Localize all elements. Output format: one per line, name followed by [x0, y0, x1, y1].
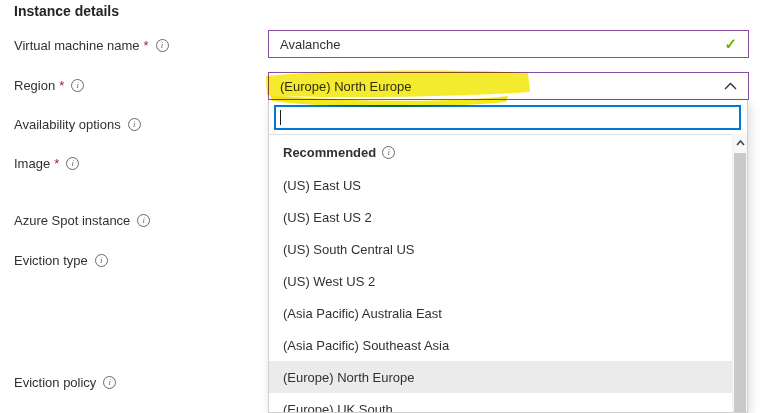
image-label-row: Image*i — [14, 155, 79, 171]
eviction-policy-label-row: Eviction policyi — [14, 374, 116, 390]
availability-options-label: Availability options — [14, 117, 121, 132]
vm-name-label: Virtual machine name — [14, 38, 140, 53]
info-icon[interactable]: i — [71, 79, 84, 92]
region-selected-value: (Europe) North Europe — [280, 79, 412, 94]
eviction-policy-label: Eviction policy — [14, 375, 96, 390]
region-option[interactable]: (Europe) UK South — [269, 393, 732, 413]
group-header-label: Recommended — [283, 145, 376, 160]
scrollbar-thumb[interactable] — [734, 153, 746, 413]
scroll-up-icon — [736, 140, 745, 146]
section-title: Instance details — [14, 3, 119, 19]
vm-name-label-row: Virtual machine name*i — [14, 37, 169, 53]
info-icon[interactable]: i — [103, 376, 116, 389]
azure-spot-instance-label: Azure Spot instance — [14, 213, 130, 228]
region-search-input[interactable] — [281, 110, 735, 125]
availability-options-label-row: Availability optionsi — [14, 116, 141, 132]
eviction-type-label-row: Eviction typei — [14, 252, 108, 268]
image-label: Image — [14, 156, 50, 171]
region-option[interactable]: (US) East US — [269, 169, 732, 201]
info-icon[interactable]: i — [156, 39, 169, 52]
region-option[interactable]: (US) West US 2 — [269, 265, 732, 297]
group-header-recommended: Recommended i — [269, 135, 732, 169]
azure-spot-instance-label-row: Azure Spot instancei — [14, 212, 150, 228]
chevron-up-icon[interactable] — [724, 82, 737, 90]
region-dropdown-panel: Recommended i (US) East US (US) East US … — [268, 100, 748, 413]
region-list: Recommended i (US) East US (US) East US … — [269, 135, 732, 412]
region-option[interactable]: (US) East US 2 — [269, 201, 732, 233]
scroll-up-button[interactable] — [733, 134, 747, 152]
region-combobox[interactable]: (Europe) North Europe — [268, 72, 749, 100]
region-option[interactable]: (Asia Pacific) Australia East — [269, 297, 732, 329]
info-icon[interactable]: i — [128, 118, 141, 131]
valid-check-icon: ✓ — [724, 35, 737, 53]
info-icon[interactable]: i — [66, 157, 79, 170]
region-option-selected[interactable]: (Europe) North Europe — [269, 361, 732, 393]
instance-details-form: Instance details Virtual machine name*i … — [0, 0, 769, 413]
region-option[interactable]: (Asia Pacific) Southeast Asia — [269, 329, 732, 361]
region-option[interactable]: (US) South Central US — [269, 233, 732, 265]
scrollbar[interactable] — [732, 134, 747, 412]
info-icon[interactable]: i — [95, 254, 108, 267]
eviction-type-label: Eviction type — [14, 253, 88, 268]
required-asterisk: * — [59, 78, 64, 93]
required-asterisk: * — [144, 38, 149, 53]
info-icon[interactable]: i — [137, 214, 150, 227]
vm-name-field[interactable]: ✓ — [268, 30, 749, 58]
region-label: Region — [14, 78, 55, 93]
region-label-row: Region*i — [14, 77, 84, 93]
required-asterisk: * — [54, 156, 59, 171]
region-search-field[interactable] — [274, 105, 741, 130]
vm-name-input[interactable] — [280, 37, 724, 52]
info-icon[interactable]: i — [382, 146, 395, 159]
